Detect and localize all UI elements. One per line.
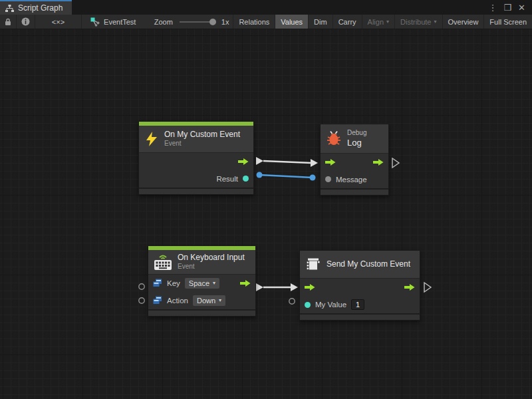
node-title: Log: [347, 138, 366, 148]
lightning-bolt-icon: [144, 131, 159, 147]
graph-asset-icon: [90, 17, 100, 27]
node-header[interactable]: On My Custom Event Event: [139, 126, 253, 152]
window-menu-icon[interactable]: ⋮: [488, 3, 497, 13]
info-icon: [21, 17, 30, 26]
connections-overlay: [0, 29, 532, 399]
tab-bar: Script Graph ⋮ ❒ ✕: [0, 0, 532, 15]
node-header[interactable]: Debug Log: [321, 124, 388, 153]
chevron-down-icon: ▾: [213, 280, 215, 286]
connection-control-keyboard-to-send[interactable]: [256, 283, 298, 291]
node-subtitle: Event: [178, 263, 245, 271]
node-kind-label: Debug: [347, 129, 366, 138]
key-input-row: Key Space ▾: [148, 275, 255, 292]
graph-name: EventTest: [104, 18, 136, 26]
enum-value-icon: [153, 296, 162, 305]
control-flow-row: [321, 154, 388, 171]
tab-label: Script Graph: [18, 3, 63, 13]
node-debug-log[interactable]: Debug Log Message: [320, 124, 389, 196]
node-footer: [300, 313, 420, 320]
action-dropdown[interactable]: Down ▾: [193, 295, 225, 306]
result-output-row: Result: [139, 170, 253, 188]
graph-breadcrumb[interactable]: EventTest: [86, 15, 140, 29]
node-on-my-custom-event[interactable]: On My Custom Event Event Result: [138, 121, 254, 195]
tab-script-graph[interactable]: Script Graph: [0, 0, 72, 15]
bug-icon: [326, 130, 342, 146]
key-dropdown[interactable]: Space ▾: [185, 278, 219, 289]
window-maximize-icon[interactable]: ❒: [503, 3, 511, 13]
zoom-level: 1x: [217, 15, 233, 29]
connection-control-custom-event-to-log[interactable]: [256, 157, 318, 167]
graph-hierarchy-icon: [5, 5, 14, 12]
node-footer: [321, 188, 388, 195]
node-footer: [148, 309, 255, 316]
node-subtitle: Event: [164, 140, 240, 148]
node-header[interactable]: Send My Custom Event: [300, 251, 420, 278]
code-preview-button[interactable]: <×>: [35, 15, 82, 29]
my-value-input-row: My Value 1: [300, 296, 420, 313]
lock-icon: [5, 18, 11, 26]
zoom-label: Zoom: [150, 15, 177, 29]
graph-toolbar: <×> EventTest Zoom 1x Relations Values D…: [0, 15, 532, 29]
enum-value-icon: [153, 279, 162, 287]
node-send-my-custom-event[interactable]: Send My Custom Event My Value 1: [299, 250, 420, 321]
full-screen-button[interactable]: Full Screen: [484, 15, 532, 29]
node-title: Send My Custom Event: [327, 259, 410, 269]
window-controls: ⋮ ❒ ✕: [481, 0, 532, 15]
flow-arrow-out-icon[interactable]: [404, 283, 415, 291]
window-close-icon[interactable]: ✕: [518, 3, 525, 13]
flow-arrow-out-icon[interactable]: [238, 158, 249, 166]
my-value-port[interactable]: [305, 302, 311, 308]
relations-button[interactable]: Relations: [233, 15, 275, 29]
result-port-label: Result: [216, 175, 238, 183]
event-machine-icon: [305, 257, 321, 272]
node-footer: [139, 188, 253, 194]
align-dropdown[interactable]: Align▾: [362, 15, 395, 29]
chevron-down-icon: ▾: [386, 19, 389, 25]
action-input-port[interactable]: [139, 298, 144, 303]
node-on-keyboard-input[interactable]: On Keyboard Input Event Key Space ▾: [148, 245, 256, 317]
action-port-label: Action: [167, 297, 188, 305]
my-value-port-label: My Value: [315, 301, 346, 309]
flow-arrow-in-icon[interactable]: [305, 283, 315, 291]
chevron-down-icon: ▾: [219, 297, 221, 303]
dim-button[interactable]: Dim: [309, 15, 333, 29]
values-button[interactable]: Values: [275, 15, 309, 29]
my-value-field[interactable]: 1: [351, 299, 364, 310]
node-title: On My Custom Event: [164, 130, 240, 140]
connection-value-result-to-message[interactable]: [257, 172, 316, 181]
control-output-row: [139, 153, 253, 170]
key-input-port[interactable]: [139, 284, 144, 289]
flow-arrow-out-icon[interactable]: [240, 279, 251, 287]
zoom-slider-knob[interactable]: [209, 19, 216, 25]
node-title: On Keyboard Input: [178, 253, 245, 263]
action-input-row: Action Down ▾: [148, 292, 255, 309]
zoom-slider[interactable]: [180, 21, 215, 23]
message-port-label: Message: [336, 176, 367, 184]
distribute-dropdown[interactable]: Distribute▾: [395, 15, 442, 29]
result-value-port[interactable]: [243, 176, 249, 182]
message-value-port[interactable]: [325, 176, 331, 182]
chevron-down-icon: ▾: [434, 19, 437, 25]
my-value-input-port[interactable]: [289, 299, 295, 304]
flow-arrow-in-icon[interactable]: [325, 158, 336, 166]
carry-button[interactable]: Carry: [333, 15, 362, 29]
script-graph-window: Script Graph ⋮ ❒ ✕ <×>: [0, 0, 532, 399]
info-button[interactable]: [17, 15, 35, 29]
key-port-label: Key: [167, 279, 180, 287]
toolbar-right-group: Relations Values Dim Carry Align▾ Distri…: [233, 15, 532, 29]
code-icon: <×>: [52, 18, 65, 26]
node-header[interactable]: On Keyboard Input Event: [148, 250, 255, 274]
send-event-control-out-port[interactable]: [424, 283, 431, 292]
message-input-row: Message: [321, 171, 388, 188]
flow-arrow-out-icon[interactable]: [373, 158, 384, 166]
control-flow-row: [300, 279, 420, 296]
debug-log-control-out-port[interactable]: [392, 158, 399, 168]
overview-button[interactable]: Overview: [443, 15, 485, 29]
lock-button[interactable]: [0, 15, 17, 29]
keyboard-broadcast-icon: [154, 253, 172, 271]
graph-canvas[interactable]: On My Custom Event Event Result: [0, 29, 532, 399]
